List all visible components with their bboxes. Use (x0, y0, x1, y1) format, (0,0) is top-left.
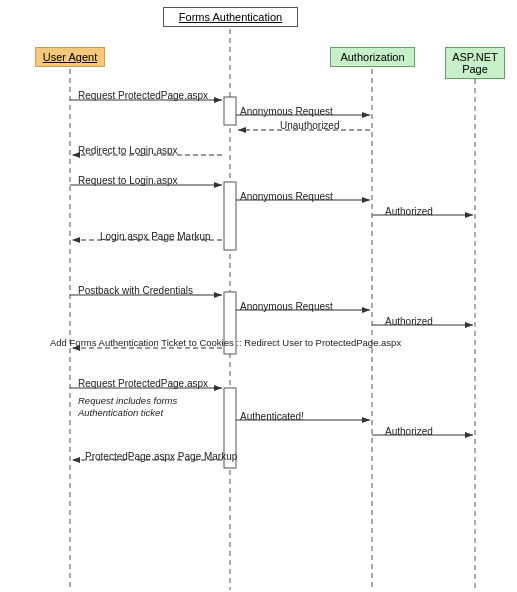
msg-authorized-3: Authorized (385, 426, 433, 437)
title-label: Forms Authentication (179, 11, 282, 23)
actor-aspnet-label: ASP.NETPage (452, 51, 498, 75)
sequence-diagram: Forms Authentication User Agent Authoriz… (0, 0, 517, 592)
diagram-svg (0, 0, 517, 592)
msg-login-markup: Login.aspx Page Markup (100, 231, 211, 242)
msg-request-login: Request to Login.aspx (78, 175, 178, 186)
msg-request-protected-1: Request ProtectedPage.aspx (78, 90, 208, 101)
msg-auth-ticket-note: Request includes formsAuthentication tic… (78, 395, 177, 420)
msg-request-protected-2: Request ProtectedPage.aspx (78, 378, 208, 389)
msg-anon-req-2: Anonymous Request (240, 191, 333, 202)
svg-rect-6 (224, 97, 236, 125)
msg-protected-markup: ProtectedPage.aspx Page Markup (85, 451, 237, 462)
msg-add-ticket: Add Forms Authentication Ticket to Cooki… (50, 337, 401, 348)
msg-authenticated: Authenticated! (240, 411, 304, 422)
msg-redirect-login: Redirect to Login.aspx (78, 145, 178, 156)
msg-anon-req-1: Anonymous Request (240, 106, 333, 117)
actor-user-agent: User Agent (35, 47, 105, 67)
actor-authorization-label: Authorization (340, 51, 404, 63)
svg-rect-7 (224, 182, 236, 250)
msg-postback: Postback with Credentials (78, 285, 193, 296)
msg-authorized-2: Authorized (385, 316, 433, 327)
actor-authorization: Authorization (330, 47, 415, 67)
msg-unauthorized: Unauthorized (280, 120, 339, 131)
actor-user-agent-label: User Agent (43, 51, 97, 63)
actor-aspnet-page: ASP.NETPage (445, 47, 505, 79)
title-box: Forms Authentication (163, 7, 298, 27)
msg-anon-req-3: Anonymous Request (240, 301, 333, 312)
msg-authorized-1: Authorized (385, 206, 433, 217)
